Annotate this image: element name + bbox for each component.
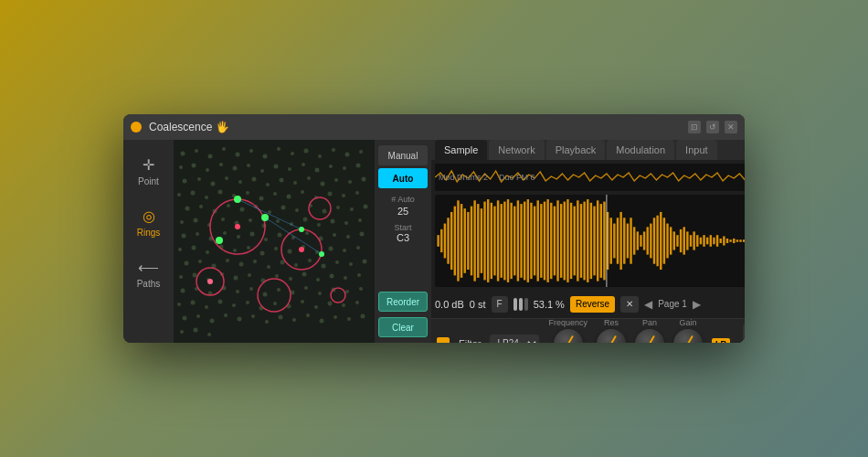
svg-point-97 [360, 232, 365, 237]
tab-network[interactable]: Network [489, 140, 544, 160]
tab-modulation[interactable]: Modulation [607, 140, 674, 160]
paths-icon: ⟵ [138, 259, 159, 276]
auto-count-label: # Auto [378, 195, 428, 204]
svg-rect-286 [713, 238, 715, 245]
svg-rect-272 [666, 224, 668, 259]
tab-input[interactable]: Input [676, 140, 716, 160]
filter-checkbox[interactable] [437, 337, 450, 343]
svg-point-1 [195, 149, 198, 153]
svg-point-123 [335, 260, 339, 264]
svg-point-153 [359, 287, 363, 291]
svg-point-51 [301, 190, 304, 194]
svg-rect-229 [524, 202, 525, 281]
tab-playback[interactable]: Playback [546, 140, 606, 160]
svg-point-169 [196, 314, 200, 318]
left-sidebar: ✛ Point ◎ Rings ⟵ Paths [123, 140, 174, 343]
svg-rect-247 [583, 202, 585, 281]
start-info: Start C3 [378, 223, 428, 243]
svg-point-54 [342, 194, 345, 197]
res-knob[interactable] [597, 329, 626, 343]
svg-point-116 [239, 262, 244, 267]
auto-count-value: 25 [378, 206, 428, 217]
svg-point-45 [218, 190, 223, 195]
svg-rect-284 [706, 238, 708, 245]
svg-rect-287 [716, 235, 718, 247]
svg-point-80 [317, 223, 321, 227]
prev-page-btn[interactable]: ◀ [644, 298, 652, 311]
svg-point-112 [185, 261, 189, 266]
svg-point-102 [233, 249, 237, 252]
svg-point-9 [304, 149, 309, 154]
reorder-btn[interactable]: Reorder [378, 292, 428, 312]
svg-rect-253 [603, 202, 605, 281]
svg-rect-280 [693, 231, 694, 250]
svg-point-174 [265, 320, 269, 324]
mini-label1: Mod Drums 2 [439, 173, 488, 182]
svg-point-32 [238, 180, 242, 184]
svg-rect-239 [556, 200, 558, 281]
svg-rect-219 [491, 203, 492, 279]
svg-point-111 [356, 246, 360, 250]
icon-resize[interactable]: ⊡ [688, 121, 701, 133]
svg-point-175 [279, 315, 283, 320]
tool-point[interactable]: ✛ Point [127, 147, 171, 195]
svg-point-139 [357, 273, 361, 277]
tabs-row: Sample Network Playback Modulation Input [431, 140, 745, 160]
icon-settings[interactable]: ↺ [706, 121, 719, 133]
svg-point-40 [348, 180, 352, 184]
tool-rings[interactable]: ◎ Rings [127, 198, 171, 246]
svg-point-100 [206, 250, 209, 254]
canvas-area[interactable] [174, 140, 375, 343]
auto-btn[interactable]: Auto [378, 168, 428, 188]
svg-point-13 [359, 150, 363, 154]
svg-rect-207 [450, 212, 452, 270]
svg-rect-288 [720, 239, 722, 243]
manual-btn[interactable]: Manual [378, 145, 428, 165]
tool-paths[interactable]: ⟵ Paths [127, 250, 171, 297]
svg-rect-262 [633, 227, 635, 254]
svg-point-124 [349, 262, 353, 266]
svg-point-5 [249, 149, 253, 153]
svg-rect-268 [653, 218, 655, 263]
pan-knob[interactable] [635, 329, 664, 343]
svg-point-8 [291, 152, 294, 155]
svg-rect-250 [593, 207, 595, 276]
svg-point-150 [318, 292, 322, 295]
filter-type-select[interactable]: LP24 HP24 BP24 [490, 335, 539, 343]
svg-point-110 [343, 249, 346, 252]
waveform-mini[interactable]: Mod Drums 2 Duo FM 6 [435, 164, 745, 191]
svg-point-21 [274, 165, 279, 169]
svg-rect-283 [703, 235, 704, 247]
res-group: Res 4.75 [597, 318, 626, 343]
svg-point-190 [331, 288, 345, 303]
svg-point-16 [206, 168, 209, 172]
x-btn[interactable]: ✕ [620, 296, 639, 313]
svg-point-33 [252, 177, 257, 182]
svg-point-31 [225, 176, 228, 180]
svg-point-146 [263, 292, 268, 297]
wave-btn1[interactable]: ∧ [743, 324, 745, 342]
waveform-section: Mod Drums 2 Duo FM 6 [431, 160, 745, 291]
svg-point-7 [277, 147, 281, 151]
clear-btn[interactable]: Clear [378, 317, 428, 337]
svg-rect-221 [497, 200, 499, 281]
svg-rect-211 [464, 208, 466, 273]
waveform-main[interactable]: 13.4 s 🔒 [435, 195, 745, 287]
reverse-btn[interactable]: Reverse [570, 296, 615, 313]
pan-group: Pan C [635, 318, 664, 343]
gain-knob[interactable] [673, 329, 703, 343]
lr-badge[interactable]: LR [712, 338, 730, 343]
frequency-knob[interactable] [554, 329, 583, 343]
icon-close[interactable]: ✕ [725, 121, 737, 133]
tab-sample[interactable]: Sample [435, 140, 487, 160]
svg-point-173 [251, 314, 255, 318]
svg-point-172 [238, 317, 242, 322]
start-value: C3 [397, 232, 409, 243]
svg-rect-226 [513, 207, 515, 276]
svg-point-81 [331, 219, 335, 224]
svg-point-164 [314, 305, 318, 309]
dot3 [524, 298, 528, 311]
next-page-btn[interactable]: ▶ [693, 298, 701, 311]
formant-btn[interactable]: F [492, 296, 508, 313]
svg-rect-231 [530, 203, 532, 279]
